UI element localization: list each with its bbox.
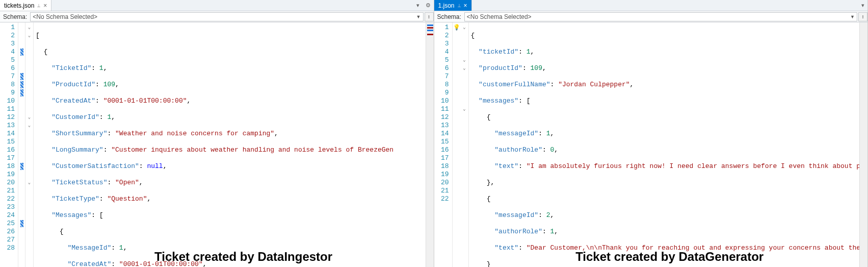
schema-label: Schema: xyxy=(434,13,464,20)
pin-icon[interactable]: ⟂ xyxy=(37,3,40,8)
code-content[interactable]: [ { "TicketId": 1, "ProductId": 109, "Cr… xyxy=(34,22,426,267)
fold-toggle[interactable]: ⌄ xyxy=(461,105,468,113)
line-number-gutter: 12345678910111213141516171819202122 xyxy=(434,22,453,267)
change-marker-icon xyxy=(20,48,23,56)
gear-icon[interactable]: ⚙ xyxy=(423,2,434,9)
change-marker-icon xyxy=(20,220,23,227)
lightbulb-icon[interactable]: 💡 xyxy=(453,23,461,32)
fold-toggle[interactable]: ⌄ xyxy=(25,113,33,122)
tab-1-json[interactable]: 1.json ⟂ × xyxy=(434,0,472,11)
scroll-map[interactable] xyxy=(426,22,434,267)
caption-right: Ticket created by DataGenerator xyxy=(575,250,764,264)
fold-toggle[interactable]: ⌄ xyxy=(461,56,468,64)
schema-row-right: Schema: <No Schema Selected> ▼ ↕ xyxy=(434,11,868,22)
change-marker-icon xyxy=(20,89,23,96)
schema-value: <No Schema Selected> xyxy=(467,13,532,20)
right-editor-pane: 1.json ⟂ × ▾ Schema: <No Schema Selected… xyxy=(434,0,869,267)
code-editor-left[interactable]: 1234567891011121314151617181920212223242… xyxy=(0,22,434,267)
left-editor-pane: tickets.json ⟂ × ▾ ⚙ Schema: <No Schema … xyxy=(0,0,434,267)
chevron-down-icon: ▼ xyxy=(850,14,855,19)
schema-row-left: Schema: <No Schema Selected> ▼ ↕ xyxy=(0,11,434,22)
fold-toggle[interactable]: ⌄ xyxy=(25,32,33,40)
window-dropdown-icon[interactable]: ▾ xyxy=(413,2,423,9)
change-marker-icon xyxy=(20,73,23,80)
pin-icon[interactable]: ⟂ xyxy=(458,3,461,8)
fold-gutter: ⌄ ⌄ ⌄ ⌄ ⌄ xyxy=(25,22,34,267)
fold-toggle[interactable]: ⌄ xyxy=(461,23,468,32)
change-marker-icon xyxy=(20,81,23,88)
schema-toggle-button[interactable]: ↕ xyxy=(858,12,867,21)
schema-label: Schema: xyxy=(0,13,30,20)
schema-select[interactable]: <No Schema Selected> ▼ xyxy=(464,12,857,21)
marker-gutter xyxy=(18,22,25,267)
change-marker-icon xyxy=(20,163,23,170)
fold-toggle[interactable]: ⌄ xyxy=(25,23,33,32)
tab-bar-left: tickets.json ⟂ × ▾ ⚙ xyxy=(0,0,434,11)
caption-left: Ticket created by DataIngestor xyxy=(154,250,332,264)
fold-toggle[interactable]: ⌄ xyxy=(25,179,33,187)
suggestion-gutter: 💡 xyxy=(453,22,461,267)
scroll-map[interactable] xyxy=(859,22,867,267)
fold-gutter: ⌄ ⌄ ⌄ ⌄ xyxy=(461,22,469,267)
schema-value: <No Schema Selected> xyxy=(33,13,97,20)
tab-tickets-json[interactable]: tickets.json ⟂ × xyxy=(0,0,51,11)
close-icon[interactable]: × xyxy=(464,2,467,9)
fold-toggle[interactable]: ⌄ xyxy=(25,122,33,130)
tab-title: tickets.json xyxy=(4,2,34,9)
code-editor-right[interactable]: 12345678910111213141516171819202122 💡 ⌄ … xyxy=(434,22,868,267)
line-number-gutter: 1234567891011121314151617181920212223242… xyxy=(0,22,18,267)
fold-toggle[interactable]: ⌄ xyxy=(461,64,468,72)
tab-title: 1.json xyxy=(438,2,455,9)
close-icon[interactable]: × xyxy=(43,2,47,9)
schema-select[interactable]: <No Schema Selected> ▼ xyxy=(30,12,423,21)
schema-toggle-button[interactable]: ↕ xyxy=(425,12,434,21)
tab-bar-right: 1.json ⟂ × ▾ xyxy=(434,0,868,11)
chevron-down-icon: ▼ xyxy=(416,14,421,19)
code-content[interactable]: { "ticketId": 1, "productId": 109, "cust… xyxy=(469,22,860,267)
window-dropdown-icon[interactable]: ▾ xyxy=(858,2,867,9)
